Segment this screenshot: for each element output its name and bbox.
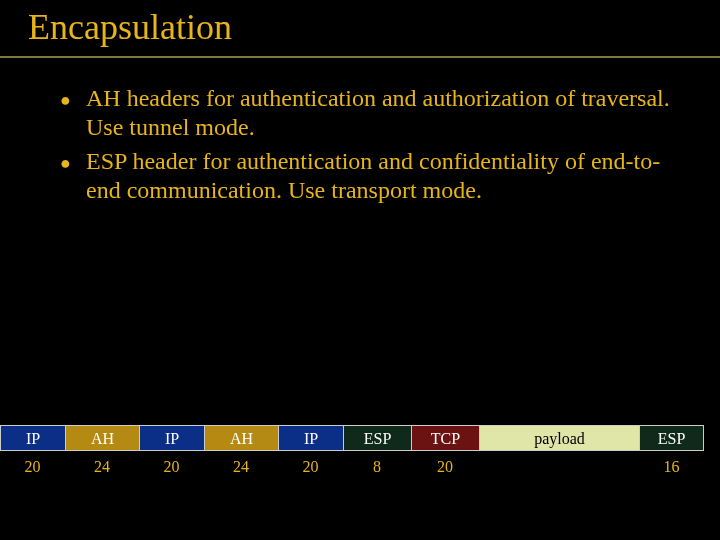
packet-diagram: IPAHIPAHIPESPTCPpayloadESP — [0, 425, 720, 451]
packet-size — [479, 458, 639, 482]
bullet-item: ● AH headers for authentication and auth… — [60, 84, 690, 143]
packet-size: 20 — [411, 458, 479, 482]
bullet-dot-icon: ● — [60, 84, 86, 143]
packet-cell-ip: IP — [0, 425, 65, 451]
packet-size: 16 — [639, 458, 704, 482]
packet-cell-ah: AH — [204, 425, 278, 451]
packet-cell-ip: IP — [139, 425, 204, 451]
packet-size: 20 — [0, 458, 65, 482]
packet-size: 20 — [139, 458, 204, 482]
slide-title: Encapsulation — [28, 6, 232, 48]
bullet-text: ESP header for authentication and confid… — [86, 147, 690, 206]
packet-cell-esp: ESP — [343, 425, 411, 451]
slide: Encapsulation ● AH headers for authentic… — [0, 0, 720, 540]
packet-size: 20 — [278, 458, 343, 482]
packet-size: 24 — [65, 458, 139, 482]
bullet-dot-icon: ● — [60, 147, 86, 206]
packet-size: 8 — [343, 458, 411, 482]
packet-cell-tcp: TCP — [411, 425, 479, 451]
packet-sizes: 202420242082016 — [0, 458, 720, 482]
bullet-text: AH headers for authentication and author… — [86, 84, 690, 143]
packet-cell-ah: AH — [65, 425, 139, 451]
title-underline — [0, 56, 720, 58]
packet-size: 24 — [204, 458, 278, 482]
packet-cell-esp: ESP — [639, 425, 704, 451]
bullet-item: ● ESP header for authentication and conf… — [60, 147, 690, 206]
packet-cell-ip: IP — [278, 425, 343, 451]
packet-cell-payload: payload — [479, 425, 639, 451]
bullet-list: ● AH headers for authentication and auth… — [60, 84, 690, 209]
